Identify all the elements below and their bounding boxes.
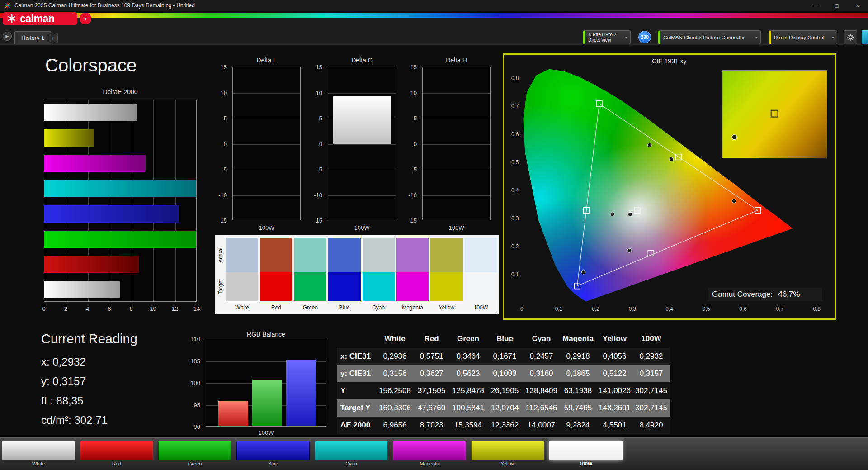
cie-x-tick: 0 <box>520 306 524 312</box>
cie-y-tick: 0,5 <box>511 159 519 166</box>
settings-button[interactable] <box>844 30 857 44</box>
cie-y-tick: 0,2 <box>511 243 519 250</box>
table-cell: 0,3160 <box>523 369 560 378</box>
delta-tick-label: -15 <box>218 217 227 224</box>
deltae-bar-magenta <box>44 155 146 172</box>
pattern-generator-dropdown[interactable]: CalMAN Client 3 Pattern Generator ▾ <box>658 30 761 44</box>
display-control-dropdown[interactable]: Direct Display Control ▾ <box>769 30 837 44</box>
swatch-column-red: Red <box>260 238 292 314</box>
delta-c-title: Delta C <box>328 57 396 64</box>
swatch-label: Red <box>260 301 292 314</box>
delta-tick-label: -10 <box>314 191 322 198</box>
reading-fl: fL: 88,35 <box>41 391 137 410</box>
delta-h-title: Delta H <box>422 57 491 64</box>
delta-l-title: Delta L <box>232 57 301 64</box>
inset-measured-marker <box>732 135 737 140</box>
rgb-bar-red <box>218 401 248 427</box>
logo-menu-button[interactable]: ▾ <box>80 13 91 24</box>
measured-marker <box>627 248 632 252</box>
table-cell: 37,1505 <box>413 386 450 395</box>
cie-diagram: 00,10,20,30,40,50,60,70,80,80,70,60,50,4… <box>504 55 835 318</box>
swatch-label: White <box>226 301 258 314</box>
edge-panel-button[interactable] <box>862 30 868 44</box>
patch-color <box>80 441 153 460</box>
target-swatch <box>260 272 292 301</box>
table-cell: 0,5623 <box>450 369 486 378</box>
measured-marker <box>732 199 736 203</box>
pattern-button-red[interactable]: Red <box>80 441 153 466</box>
deltae-tick-label: 14 <box>193 305 200 312</box>
table-cell: 112,6546 <box>523 404 560 413</box>
table-cell: 63,1938 <box>560 386 596 395</box>
deltae-bar-cyan <box>44 180 197 197</box>
page-title: Colorspace <box>45 55 137 76</box>
rainbow-strip <box>0 13 868 18</box>
meter-count-badge[interactable]: 230 <box>638 31 651 43</box>
tab-scroll-button[interactable]: ▶ <box>3 32 12 41</box>
window-title: Calman 2025 Calman Ultimate for Business… <box>14 2 195 9</box>
pattern-button-blue[interactable]: Blue <box>236 441 310 466</box>
deltae-tick-label: 0 <box>42 305 45 312</box>
pattern-button-green[interactable]: Green <box>158 441 231 466</box>
pattern-button-white[interactable]: White <box>2 441 75 466</box>
actual-swatch <box>430 238 462 272</box>
cie-y-tick: 0,6 <box>511 131 519 138</box>
target-swatch <box>226 272 258 301</box>
delta-tick-label: 15 <box>410 64 417 71</box>
pattern-button-cyan[interactable]: Cyan <box>315 441 388 466</box>
table-header-cell: Blue <box>486 334 523 343</box>
pattern-button-yellow[interactable]: Yellow <box>471 441 544 466</box>
swatch-row-label-target: Target <box>217 271 224 303</box>
rgb-bar-blue <box>286 360 316 427</box>
delta-gridline <box>328 93 396 94</box>
deltae-xaxis: 02468101214 <box>44 304 197 313</box>
table-cell: 0,1671 <box>486 352 523 361</box>
pattern-button-magenta[interactable]: Magenta <box>393 441 466 466</box>
restore-button[interactable]: □ <box>826 0 847 11</box>
delta-tick-label: -5 <box>222 166 227 173</box>
delta-gridline <box>328 170 396 170</box>
table-cell: 141,0026 <box>596 386 633 395</box>
table-cell: 0,3627 <box>413 369 450 378</box>
mini-chart-2: Delta H 151050-5-10-15 100W <box>404 57 491 231</box>
gamut-coverage-label: Gamut Coverage: <box>712 290 773 299</box>
swatch-row-label-actual: Actual <box>217 239 224 271</box>
add-tab-button[interactable]: + <box>48 33 58 43</box>
delta-l-plot <box>232 67 301 220</box>
table-cell: 8,7023 <box>413 421 450 430</box>
deltae-tick-label: 8 <box>130 305 133 312</box>
tab-history-1[interactable]: History 1 <box>14 31 51 44</box>
meter-dropdown[interactable]: X-Rite i1Pro 2 Direct View ▾ <box>583 30 631 44</box>
deltae-tick-label: 2 <box>64 305 67 312</box>
delta-gridline <box>423 119 490 119</box>
swatch-label: 100W <box>465 301 497 314</box>
deltae-bar-blue <box>44 205 179 223</box>
table-cell: 47,6760 <box>413 404 450 413</box>
patch-color <box>393 441 466 460</box>
app-icon <box>5 2 11 9</box>
delta-tick-label: 5 <box>414 115 417 122</box>
delta-gridline <box>233 119 300 119</box>
cie-y-tick: 0,1 <box>511 271 519 278</box>
close-button[interactable]: × <box>847 0 868 11</box>
table-row-label: y: CIE31 <box>337 369 377 378</box>
swatch-column-green: Green <box>294 238 326 314</box>
target-swatch <box>294 272 326 301</box>
meter-dropdown-text: X-Rite i1Pro 2 Direct View <box>585 32 619 43</box>
rgb-bar-green <box>252 380 282 427</box>
patch-color <box>549 441 623 460</box>
rgb-tick-label: 95 <box>194 401 200 408</box>
measured-marker <box>581 270 585 274</box>
table-row: ΔE 20006,96568,702315,359412,336214,0007… <box>337 417 670 434</box>
minimize-button[interactable]: — <box>806 0 826 11</box>
delta-tick-label: 0 <box>414 140 417 147</box>
calman-asterisk-icon <box>7 14 16 23</box>
calman-logo[interactable]: calman <box>3 12 77 25</box>
table-cell: 0,2918 <box>560 352 596 361</box>
table-row: x: CIE310,29360,57510,34640,16710,24570,… <box>337 348 670 365</box>
pattern-button-100w[interactable]: 100W <box>549 441 623 466</box>
table-cell: 138,8409 <box>523 386 560 395</box>
cie-x-tick: 0,4 <box>665 306 673 312</box>
patch-color <box>471 441 544 460</box>
gamut-coverage-value: 46,7% <box>778 290 800 299</box>
